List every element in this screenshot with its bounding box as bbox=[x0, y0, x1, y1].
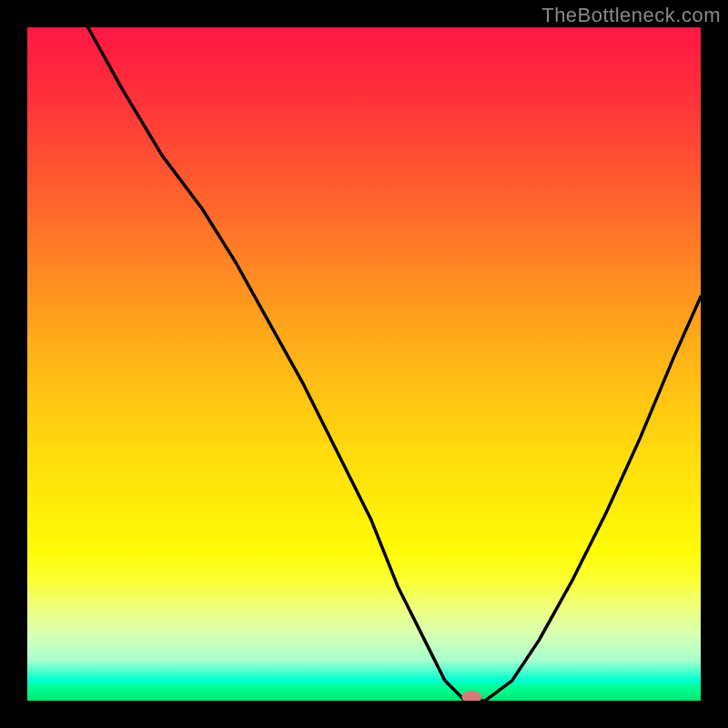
bottleneck-curve bbox=[88, 27, 701, 701]
optimum-marker bbox=[461, 691, 481, 701]
plot-area bbox=[27, 27, 701, 701]
watermark-text: TheBottleneck.com bbox=[541, 4, 721, 27]
chart-container: TheBottleneck.com bbox=[0, 0, 728, 728]
curve-svg bbox=[27, 27, 701, 701]
